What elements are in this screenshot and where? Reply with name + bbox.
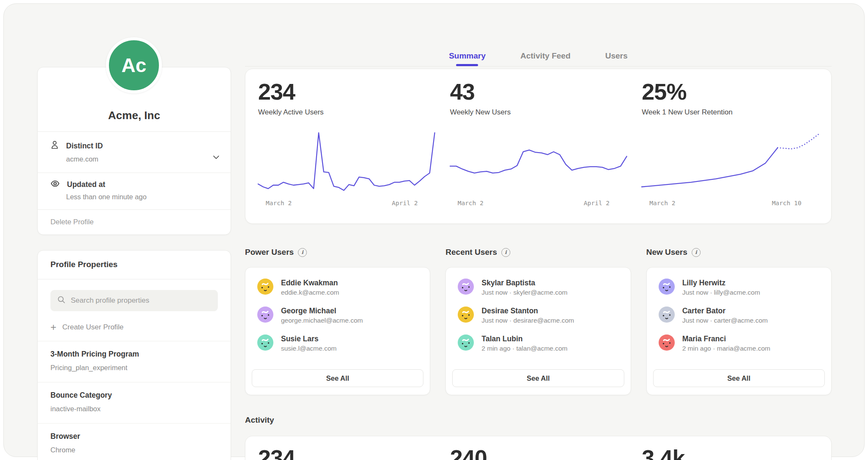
user-avatar bbox=[257, 335, 273, 351]
user-text: Carter BatorJust now · carter@acme.com bbox=[682, 307, 768, 324]
face-illustration bbox=[257, 335, 273, 351]
updated-at-row: Updated at Less than one minute ago bbox=[38, 173, 231, 209]
section-title: New Users bbox=[646, 248, 687, 257]
user-avatar bbox=[659, 335, 675, 351]
user-avatar bbox=[659, 307, 675, 323]
user-avatar bbox=[458, 307, 474, 323]
user-name: George Michael bbox=[281, 307, 363, 315]
property-name: Bounce Category bbox=[50, 391, 218, 400]
distinct-id-label-row: Distinct ID bbox=[50, 140, 218, 152]
distinct-id-value: acme.com bbox=[66, 155, 218, 163]
user-name: Eddie Kwakman bbox=[281, 279, 339, 287]
user-name: Carter Bator bbox=[682, 307, 768, 315]
user-subtitle: Just now · skyler@acme.com bbox=[481, 289, 568, 296]
x-tick: March 2 bbox=[266, 200, 292, 206]
user-list-item[interactable]: Desirae StantonJust now · desirare@acme.… bbox=[446, 307, 630, 335]
profile-properties-title: Profile Properties bbox=[38, 251, 231, 279]
company-name: Acme, Inc bbox=[108, 109, 160, 122]
user-list-item[interactable]: Eddie Kwakmaneddie.k@acme.com bbox=[245, 279, 430, 307]
company-avatar-initials: Ac bbox=[122, 54, 147, 77]
property-row: 3-Month Pricing Program Pricing_plan_exp… bbox=[38, 341, 231, 382]
user-name: Skylar Baptista bbox=[481, 279, 568, 287]
info-icon[interactable]: i bbox=[692, 248, 701, 257]
profile-properties-search bbox=[50, 290, 218, 311]
user-subtitle: Just now · lilly@acme.com bbox=[682, 289, 760, 296]
tab-summary[interactable]: Summary bbox=[449, 46, 486, 66]
user-text: Eddie Kwakmaneddie.k@acme.com bbox=[281, 279, 339, 296]
new-users-header: New Users i bbox=[646, 245, 832, 260]
x-tick: March 10 bbox=[772, 200, 801, 206]
user-list-item[interactable]: Susie Larssusie.l@acme.com bbox=[245, 335, 430, 362]
new-users-card: Lilly HerwitzJust now · lilly@acme.comCa… bbox=[646, 267, 832, 395]
create-user-profile-label: Create User Profile bbox=[62, 323, 124, 332]
property-name: Browser bbox=[50, 432, 218, 441]
profile-properties-card: Profile Properties + Create User Profile… bbox=[37, 250, 231, 460]
user-text: Lilly HerwitzJust now · lilly@acme.com bbox=[682, 279, 760, 296]
see-all-button[interactable]: See All bbox=[653, 369, 825, 387]
face-illustration bbox=[659, 307, 675, 323]
see-all-button[interactable]: See All bbox=[452, 369, 624, 387]
user-name: Maria Franci bbox=[682, 335, 771, 343]
face-illustration bbox=[257, 307, 273, 323]
weekly-new-users-column: 43 Weekly New Users March 2 April 2 bbox=[450, 80, 627, 223]
property-name: 3-Month Pricing Program bbox=[50, 350, 218, 359]
chevron-down-icon[interactable] bbox=[212, 154, 220, 162]
property-value: Pricing_plan_experiment bbox=[50, 364, 218, 372]
user-list-item[interactable]: Lilly HerwitzJust now · lilly@acme.com bbox=[647, 279, 831, 307]
person-icon bbox=[50, 140, 59, 152]
user-avatar bbox=[659, 279, 675, 295]
face-illustration bbox=[659, 335, 675, 351]
user-avatar bbox=[458, 335, 474, 351]
search-input[interactable] bbox=[71, 296, 211, 305]
distinct-id-row: Distinct ID acme.com bbox=[38, 132, 231, 173]
power-users-card: Eddie Kwakmaneddie.k@acme.comGeorge Mich… bbox=[245, 267, 430, 395]
activity-stat: 234 bbox=[258, 446, 435, 460]
eye-icon bbox=[50, 180, 60, 190]
profile-tabs: Summary Activity Feed Users bbox=[245, 46, 832, 66]
retention-chart bbox=[642, 129, 818, 193]
section-title: Power Users bbox=[245, 248, 294, 257]
distinct-id-label: Distinct ID bbox=[66, 142, 103, 151]
user-text: Talan Lubin2 min ago · talan@acme.com bbox=[481, 335, 568, 352]
user-subtitle: 2 min ago · maria@acme.com bbox=[682, 345, 771, 352]
property-value: inactive-mailbox bbox=[50, 405, 218, 413]
create-user-profile-button[interactable]: + Create User Profile bbox=[50, 321, 218, 333]
tab-users[interactable]: Users bbox=[605, 46, 628, 66]
user-name: Lilly Herwitz bbox=[682, 279, 760, 287]
user-avatar bbox=[458, 279, 474, 295]
updated-at-label-row: Updated at bbox=[50, 180, 218, 190]
user-text: George Michaelgeorge.michael@acme.com bbox=[281, 307, 363, 324]
profile-properties-list: 3-Month Pricing Program Pricing_plan_exp… bbox=[38, 341, 231, 460]
stat-label: Weekly New Users bbox=[450, 108, 627, 117]
user-list-item[interactable]: George Michaelgeorge.michael@acme.com bbox=[245, 307, 430, 335]
retention-column: 25% Week 1 New User Retention March 2 Ma… bbox=[642, 80, 818, 223]
property-row: Browser Chrome bbox=[38, 423, 231, 460]
user-cards-row: Eddie Kwakmaneddie.k@acme.comGeorge Mich… bbox=[245, 267, 832, 395]
x-tick: April 2 bbox=[584, 200, 609, 206]
stat-value: 234 bbox=[258, 80, 435, 103]
info-icon[interactable]: i bbox=[501, 248, 510, 257]
tab-activity-feed[interactable]: Activity Feed bbox=[520, 46, 570, 66]
tabs-divider bbox=[245, 66, 832, 67]
info-icon[interactable]: i bbox=[298, 248, 307, 257]
activity-stat: 240 bbox=[450, 446, 627, 460]
user-subtitle: george.michael@acme.com bbox=[281, 317, 363, 324]
power-users-header: Power Users i bbox=[245, 245, 430, 260]
weekly-active-users-chart bbox=[258, 129, 435, 193]
user-section-headers: Power Users i Recent Users i New Users i bbox=[245, 245, 832, 260]
user-list-item[interactable]: Carter BatorJust now · carter@acme.com bbox=[647, 307, 831, 335]
updated-at-label: Updated at bbox=[67, 180, 105, 189]
stat-value: 25% bbox=[642, 80, 818, 103]
user-avatar bbox=[257, 307, 273, 323]
activity-stat: 3.4k bbox=[642, 446, 818, 460]
user-list-item[interactable]: Maria Franci2 min ago · maria@acme.com bbox=[647, 335, 831, 362]
user-subtitle: eddie.k@acme.com bbox=[281, 289, 339, 296]
face-illustration bbox=[458, 335, 474, 351]
face-illustration bbox=[458, 307, 474, 323]
see-all-button[interactable]: See All bbox=[252, 369, 423, 387]
face-illustration bbox=[257, 279, 273, 295]
user-list-item[interactable]: Skylar BaptistaJust now · skyler@acme.co… bbox=[446, 279, 630, 307]
user-list-item[interactable]: Talan Lubin2 min ago · talan@acme.com bbox=[446, 335, 630, 362]
delete-profile-button[interactable]: Delete Profile bbox=[38, 209, 231, 234]
property-row: Bounce Category inactive-mailbox bbox=[38, 382, 231, 423]
